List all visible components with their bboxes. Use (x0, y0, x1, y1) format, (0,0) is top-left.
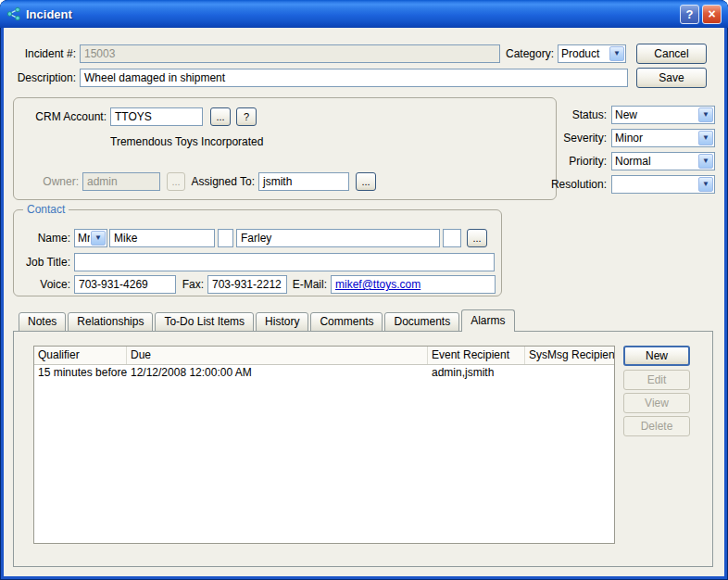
name-label: Name: (18, 229, 70, 247)
middle-initial-field[interactable] (218, 229, 233, 247)
view-button: View (623, 393, 690, 413)
titlebar[interactable]: Incident ? × (0, 0, 728, 28)
titlebar-help-button[interactable]: ? (680, 5, 699, 24)
chevron-down-icon: ▼ (609, 46, 624, 61)
tab-alarms[interactable]: Alarms (461, 309, 514, 332)
edit-button: Edit (623, 370, 690, 390)
salutation-value: Mr (75, 232, 90, 245)
new-button[interactable]: New (623, 346, 690, 366)
close-button[interactable]: × (702, 5, 722, 24)
resolution-select[interactable]: ▼ (611, 175, 715, 194)
status-value: New (612, 108, 697, 121)
cell-sysmsg-recipient (525, 365, 614, 381)
category-select[interactable]: Product ▼ (558, 44, 626, 63)
crm-account-field[interactable]: TTOYS (110, 107, 203, 126)
save-button[interactable]: Save (636, 68, 707, 88)
account-groupbox: CRM Account: TTOYS ... ? Tremendous Toys… (13, 97, 557, 200)
incident-number-label: Incident #: (11, 44, 76, 63)
priority-value: Normal (612, 155, 697, 168)
alarms-tab-panel: Qualifier Due Event Recipient SysMsg Rec… (13, 331, 713, 567)
cancel-button[interactable]: Cancel (636, 44, 707, 64)
email-field[interactable]: mikef@ttoys.com (331, 275, 496, 294)
column-header-event-recipient: Event Recipient (428, 347, 525, 364)
column-header-qualifier: Qualifier (34, 347, 127, 364)
tab-relationships[interactable]: Relationships (68, 312, 153, 332)
contact-groupbox: Contact Name: Mr ▼ Mike Farley ... Job T… (13, 209, 502, 296)
tab-history[interactable]: History (256, 312, 308, 332)
fax-label: Fax: (180, 275, 204, 294)
cell-qualifier: 15 minutes before (34, 365, 127, 381)
incident-number-field: 15003 (80, 44, 500, 63)
contact-legend: Contact (23, 203, 69, 216)
alarms-table[interactable]: Qualifier Due Event Recipient SysMsg Rec… (33, 346, 615, 544)
company-name-text: Tremendous Toys Incorporated (110, 135, 263, 148)
window-title: Incident (26, 7, 677, 21)
client-area: Incident #: 15003 Category: Product ▼ Ca… (4, 28, 724, 576)
category-label: Category: (498, 44, 554, 63)
fax-field[interactable]: 703-931-2212 (207, 275, 287, 294)
cell-due: 12/12/2008 12:00:00 AM (127, 365, 428, 381)
first-name-field[interactable]: Mike (109, 229, 215, 247)
severity-select[interactable]: Minor ▼ (611, 129, 715, 147)
voice-label: Voice: (18, 275, 70, 294)
email-link[interactable]: mikef@ttoys.com (335, 278, 420, 291)
tab-notes[interactable]: Notes (19, 312, 66, 332)
tab-comments[interactable]: Comments (310, 312, 383, 332)
cell-event-recipient: admin,jsmith (428, 365, 525, 381)
alarms-table-header: Qualifier Due Event Recipient SysMsg Rec… (34, 347, 614, 365)
assigned-to-field[interactable]: jsmith (258, 172, 349, 191)
contact-browse-button[interactable]: ... (467, 229, 487, 247)
tab-documents[interactable]: Documents (384, 312, 459, 332)
salutation-select[interactable]: Mr ▼ (74, 229, 107, 247)
delete-button: Delete (623, 416, 690, 436)
owner-browse-button: ... (167, 172, 185, 191)
owner-field: admin (82, 172, 160, 191)
severity-value: Minor (612, 132, 697, 145)
severity-label: Severity: (523, 129, 607, 147)
chevron-down-icon: ▼ (698, 107, 713, 122)
job-title-field[interactable] (74, 253, 495, 271)
incident-window: Incident ? × Incident #: 15003 Category:… (0, 0, 728, 580)
description-field[interactable]: Wheel damaged in shipment (80, 69, 628, 87)
category-value: Product (559, 47, 609, 60)
chevron-down-icon: ▼ (698, 131, 713, 145)
crm-account-browse-button[interactable]: ... (210, 107, 231, 126)
voice-field[interactable]: 703-931-4269 (74, 275, 176, 294)
job-title-label: Job Title: (18, 253, 70, 271)
chevron-down-icon: ▼ (698, 154, 713, 169)
column-header-sysmsg-recipient: SysMsg Recipient (525, 347, 614, 364)
app-icon (6, 6, 21, 21)
chevron-down-icon: ▼ (698, 177, 713, 192)
assigned-to-browse-button[interactable]: ... (356, 172, 376, 191)
owner-label: Owner: (19, 172, 79, 191)
status-select[interactable]: New ▼ (611, 106, 715, 124)
suffix-field[interactable] (443, 229, 461, 247)
tab-todo-list-items[interactable]: To-Do List Items (155, 312, 254, 332)
status-label: Status: (523, 106, 607, 124)
email-label: E-Mail: (288, 275, 327, 294)
crm-account-label: CRM Account: (19, 107, 107, 126)
priority-label: Priority: (523, 152, 607, 170)
resolution-label: Resolution: (523, 175, 607, 194)
assigned-to-label: Assigned To: (190, 172, 255, 191)
priority-select[interactable]: Normal ▼ (611, 152, 715, 170)
table-row[interactable]: 15 minutes before 12/12/2008 12:00:00 AM… (34, 365, 614, 381)
tab-bar: Notes Relationships To-Do List Items His… (19, 309, 517, 332)
crm-account-help-button[interactable]: ? (236, 107, 257, 126)
chevron-down-icon: ▼ (91, 231, 106, 246)
last-name-field[interactable]: Farley (236, 229, 440, 247)
description-label: Description: (11, 69, 76, 87)
column-header-due: Due (127, 347, 428, 364)
